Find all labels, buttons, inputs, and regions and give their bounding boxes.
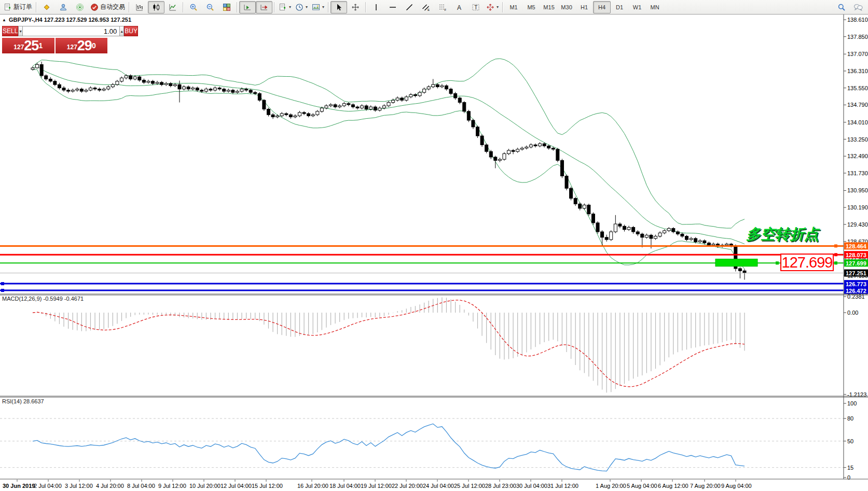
candle-body[interactable] bbox=[178, 85, 181, 89]
candle-body[interactable] bbox=[436, 85, 439, 87]
dropdown-caret-icon[interactable]: ▾ bbox=[306, 5, 308, 9]
candle-body[interactable] bbox=[454, 93, 457, 98]
candle-body[interactable] bbox=[445, 86, 448, 89]
tf-w1-button[interactable]: W1 bbox=[628, 1, 646, 13]
candle-body[interactable] bbox=[494, 157, 497, 160]
candle-body[interactable] bbox=[529, 145, 532, 147]
candle-body[interactable] bbox=[107, 87, 110, 89]
crosshair-button[interactable] bbox=[347, 1, 364, 13]
candle-body[interactable] bbox=[58, 85, 61, 88]
candle-body[interactable] bbox=[605, 237, 608, 240]
highlight-rectangle[interactable] bbox=[715, 259, 757, 266]
candle-body[interactable] bbox=[209, 89, 212, 90]
candle-body[interactable] bbox=[440, 86, 444, 87]
bar-chart-button[interactable] bbox=[131, 1, 148, 13]
buy-button[interactable]: BUY bbox=[124, 26, 138, 36]
candle-body[interactable] bbox=[320, 108, 323, 111]
candle-body[interactable] bbox=[418, 92, 421, 95]
candle-body[interactable] bbox=[334, 105, 337, 107]
candle-body[interactable] bbox=[392, 100, 395, 102]
candle-body[interactable] bbox=[525, 147, 528, 148]
candle-body[interactable] bbox=[280, 114, 283, 116]
candle-body[interactable] bbox=[636, 232, 639, 234]
candle-body[interactable] bbox=[627, 227, 630, 229]
candle-body[interactable] bbox=[36, 64, 39, 67]
zoom-in-button[interactable] bbox=[185, 1, 202, 13]
candle-body[interactable] bbox=[560, 160, 563, 176]
hline-objects[interactable] bbox=[0, 244, 844, 292]
candle-body[interactable] bbox=[142, 80, 145, 82]
candle-body[interactable] bbox=[556, 149, 559, 161]
candle-body[interactable] bbox=[698, 241, 701, 242]
candle-body[interactable] bbox=[102, 89, 105, 90]
candle-body[interactable] bbox=[516, 149, 519, 151]
horizontal-line-button[interactable] bbox=[384, 1, 401, 13]
cursor-button[interactable] bbox=[330, 1, 347, 13]
candle-body[interactable] bbox=[151, 81, 155, 83]
candle-body[interactable] bbox=[53, 81, 57, 85]
candle-body[interactable] bbox=[338, 106, 341, 107]
candle-body[interactable] bbox=[587, 205, 590, 214]
candle-body[interactable] bbox=[369, 107, 373, 109]
tf-h1-button[interactable]: H1 bbox=[575, 1, 593, 13]
candle-body[interactable] bbox=[498, 159, 501, 160]
candle-body[interactable] bbox=[231, 90, 235, 92]
candle-body[interactable] bbox=[690, 239, 693, 240]
candle-body[interactable] bbox=[463, 103, 466, 111]
candle-body[interactable] bbox=[489, 151, 492, 157]
sell-price-button[interactable]: 127251 bbox=[2, 38, 54, 53]
candle-body[interactable] bbox=[147, 81, 150, 82]
line-handle[interactable] bbox=[776, 261, 779, 264]
candle-body[interactable] bbox=[578, 204, 582, 208]
candle-body[interactable] bbox=[191, 88, 195, 89]
template-dropdown-button[interactable]: ▾ bbox=[310, 1, 326, 13]
candle-body[interactable] bbox=[414, 95, 417, 96]
candle-body[interactable] bbox=[187, 87, 190, 89]
candle-body[interactable] bbox=[311, 115, 314, 116]
signals-button[interactable] bbox=[72, 1, 88, 13]
candle-body[interactable] bbox=[387, 103, 390, 106]
candle-body[interactable] bbox=[472, 120, 475, 127]
candle-body[interactable] bbox=[89, 88, 92, 90]
candle-body[interactable] bbox=[356, 107, 359, 108]
tile-windows-button[interactable] bbox=[218, 1, 235, 13]
candle-body[interactable] bbox=[111, 85, 114, 87]
tf-d1-button[interactable]: D1 bbox=[611, 1, 628, 13]
candle-body[interactable] bbox=[204, 89, 208, 91]
new-order-button[interactable]: 新订单 bbox=[2, 1, 34, 13]
candle-body[interactable] bbox=[374, 107, 377, 110]
candle-body[interactable] bbox=[703, 241, 706, 243]
candle-body[interactable] bbox=[534, 145, 537, 146]
candle-body[interactable] bbox=[685, 236, 688, 240]
candle-body[interactable] bbox=[547, 146, 550, 148]
rsi-pane[interactable]: RSI(14) 28.6637 bbox=[0, 398, 844, 471]
candle-body[interactable] bbox=[382, 106, 385, 108]
candle-body[interactable] bbox=[365, 106, 368, 109]
candle-body[interactable] bbox=[401, 98, 404, 100]
candle-body[interactable] bbox=[98, 89, 101, 90]
line-chart-button[interactable] bbox=[164, 1, 181, 13]
text-button[interactable]: A bbox=[451, 1, 467, 13]
candle-body[interactable] bbox=[227, 90, 230, 91]
candle-body[interactable] bbox=[543, 144, 546, 146]
candle-body[interactable] bbox=[570, 188, 573, 198]
candle-body[interactable] bbox=[565, 176, 568, 189]
candle-body[interactable] bbox=[160, 82, 163, 85]
candle-body[interactable] bbox=[85, 90, 88, 91]
tf-mn-button[interactable]: MN bbox=[646, 1, 664, 13]
candle-body[interactable] bbox=[614, 224, 617, 232]
candle-body[interactable] bbox=[351, 105, 354, 107]
candle-body[interactable] bbox=[427, 87, 430, 89]
candle-body[interactable] bbox=[520, 148, 523, 149]
candle-body[interactable] bbox=[632, 227, 635, 232]
candle-body[interactable] bbox=[223, 89, 226, 91]
candle-body[interactable] bbox=[307, 114, 310, 116]
candle-body[interactable] bbox=[164, 83, 168, 85]
candle-body[interactable] bbox=[574, 199, 577, 204]
dropdown-caret-icon[interactable]: ▾ bbox=[322, 5, 324, 9]
line-handle[interactable] bbox=[834, 261, 837, 264]
candle-body[interactable] bbox=[601, 232, 604, 237]
candle-body[interactable] bbox=[512, 150, 515, 151]
price-callout-box[interactable]: 127.699 bbox=[780, 254, 834, 271]
candle-body[interactable] bbox=[116, 81, 119, 85]
